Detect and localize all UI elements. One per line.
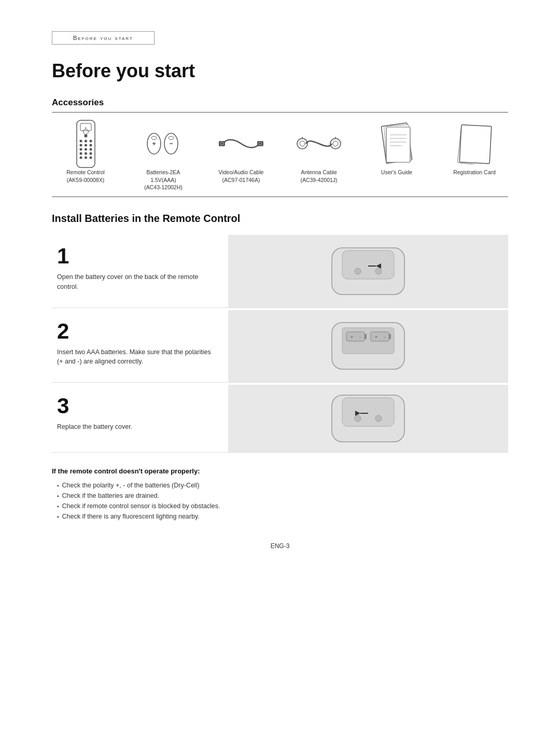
accessory-batteries-label: Batteries-2EA 1.5V(AAA) (AC43-12002H): [144, 169, 183, 191]
svg-text:-: -: [384, 334, 385, 340]
svg-point-35: [333, 141, 338, 146]
svg-point-9: [79, 148, 82, 150]
svg-point-23: [169, 136, 174, 139]
svg-rect-59: [389, 334, 391, 339]
svg-point-11: [89, 148, 92, 150]
accessory-av-cable: Video/Audio Cable (AC97-01746A): [207, 123, 275, 184]
divider-top: [52, 112, 508, 113]
step-3-left: 3 Replace the battery cover.: [52, 385, 228, 452]
accessory-batteries: Batteries-2EA 1.5V(AAA) (AC43-12002H): [130, 123, 197, 191]
registration-card-icon: [455, 123, 494, 164]
warning-heading: If the remote control doesn't operate pr…: [52, 467, 508, 475]
page-number: ENG-3: [52, 542, 508, 550]
step-2-text: Insert two AAA batteries. Make sure that…: [57, 347, 218, 367]
step-2-number: 2: [57, 320, 218, 342]
svg-rect-54: [346, 332, 365, 341]
svg-point-65: [375, 415, 382, 422]
step-1-number: 1: [57, 245, 218, 267]
antenna-cable-icon-area: [290, 123, 347, 164]
breadcrumb: Before you start: [52, 31, 155, 45]
svg-point-32: [300, 141, 305, 146]
svg-point-13: [85, 152, 87, 155]
svg-point-2: [84, 134, 87, 137]
warning-item-4: Check if there is any fluorescent lighti…: [57, 511, 508, 522]
svg-point-16: [85, 156, 87, 159]
accessories-heading: Accessories: [52, 97, 508, 108]
accessory-antenna-cable: Antenna Cable (AC39-42001J): [285, 123, 353, 184]
svg-point-17: [89, 156, 92, 159]
step-2-illustration: + - + -: [316, 317, 420, 374]
svg-point-49: [375, 268, 382, 274]
warning-section: If the remote control doesn't operate pr…: [52, 467, 508, 522]
step-2-block: 2 Insert two AAA batteries. Make sure th…: [52, 310, 508, 383]
accessory-users-guide-label: User's Guide: [381, 169, 412, 176]
svg-rect-45: [459, 125, 492, 164]
accessory-remote-label: Remote Control (AK59-00008X): [66, 169, 105, 184]
svg-point-6: [79, 144, 82, 146]
remote-icon-area: [57, 123, 114, 164]
batteries-heading: Install Batteries in the Remote Control: [52, 213, 508, 225]
warning-list: Check the polarity +, - of the batteries…: [52, 480, 508, 522]
page-title: Before you start: [52, 60, 508, 82]
accessory-av-cable-label: Video/Audio Cable (AC97-01746A): [219, 169, 264, 184]
svg-point-3: [79, 139, 82, 142]
av-cable-icon-area: [213, 123, 270, 164]
svg-point-12: [79, 152, 82, 155]
remote-icon: [72, 119, 100, 169]
step-2-left: 2 Insert two AAA batteries. Make sure th…: [52, 310, 228, 383]
svg-point-8: [89, 144, 92, 146]
svg-point-64: [355, 415, 361, 422]
svg-rect-58: [371, 332, 389, 341]
accessory-antenna-cable-label: Antenna Cable (AC39-42001J): [300, 169, 337, 184]
accessory-registration-card: Registration Card: [441, 123, 508, 176]
batteries-icon-area: [135, 123, 192, 164]
accessory-users-guide: User's Guide: [363, 123, 430, 176]
svg-rect-39: [386, 127, 410, 162]
svg-point-7: [85, 144, 87, 146]
users-guide-icon-area: [368, 123, 425, 164]
svg-point-21: [151, 136, 157, 139]
av-cable-icon: [218, 130, 264, 158]
step-1-illustration: [316, 243, 420, 300]
svg-point-10: [85, 148, 87, 150]
svg-point-4: [85, 139, 87, 142]
svg-point-18: [83, 129, 88, 134]
svg-point-15: [79, 156, 82, 159]
svg-point-5: [89, 139, 92, 142]
svg-rect-63: [342, 398, 394, 426]
antenna-cable-icon: [296, 130, 342, 158]
step-3-image: [228, 385, 508, 452]
batteries-icon: [143, 131, 184, 157]
step-3-block: 3 Replace the battery cover.: [52, 385, 508, 453]
svg-text:-: -: [359, 334, 361, 340]
warning-item-3: Check if remote control sensor is blocke…: [57, 501, 508, 511]
step-3-number: 3: [57, 395, 218, 417]
accessory-remote: Remote Control (AK59-00008X): [52, 123, 119, 184]
accessories-row: Remote Control (AK59-00008X) Batte: [52, 123, 508, 191]
warning-item-2: Check if the batteries are drained.: [57, 491, 508, 501]
registration-card-icon-area: [446, 123, 503, 164]
step-1-image: [228, 235, 508, 307]
svg-text:+: +: [351, 334, 353, 340]
users-guide-icon: [379, 122, 415, 166]
divider-bottom: [52, 197, 508, 197]
svg-text:+: +: [375, 334, 377, 340]
svg-point-14: [89, 152, 92, 155]
accessory-registration-card-label: Registration Card: [453, 169, 496, 176]
step-1-text: Open the battery cover on the back of th…: [57, 272, 218, 292]
svg-point-48: [355, 268, 361, 274]
step-3-illustration: [316, 390, 420, 447]
svg-rect-47: [342, 250, 394, 279]
warning-item-1: Check the polarity +, - of the batteries…: [57, 480, 508, 491]
step-3-text: Replace the battery cover.: [57, 422, 218, 432]
step-2-image: + - + -: [228, 310, 508, 383]
svg-rect-55: [365, 334, 367, 339]
step-1-block: 1 Open the battery cover on the back of …: [52, 235, 508, 308]
step-1-left: 1 Open the battery cover on the back of …: [52, 235, 228, 307]
